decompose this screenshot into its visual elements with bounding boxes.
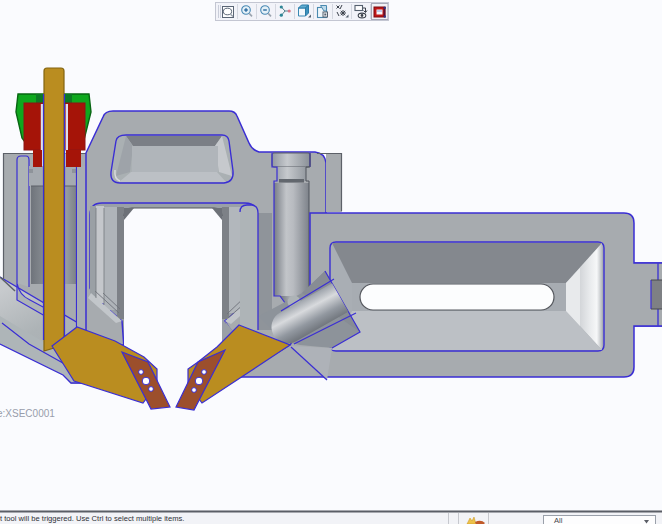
svg-text:e:XSEC0001: e:XSEC0001 xyxy=(0,408,55,419)
svg-text:t tool will be triggered. Use: t tool will be triggered. Use Ctrl to se… xyxy=(0,514,184,523)
svg-text:All: All xyxy=(554,516,563,524)
